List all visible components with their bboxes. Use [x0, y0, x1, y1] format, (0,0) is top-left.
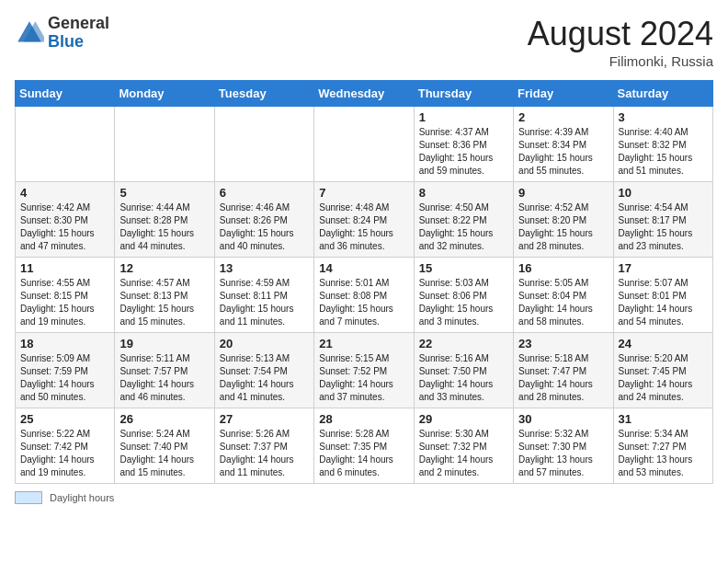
- calendar-cell: 18Sunrise: 5:09 AM Sunset: 7:59 PM Dayli…: [16, 333, 115, 408]
- calendar-cell: [115, 107, 214, 182]
- calendar-cell: 31Sunrise: 5:34 AM Sunset: 7:27 PM Dayli…: [613, 408, 712, 484]
- day-info: Sunrise: 4:50 AM Sunset: 8:22 PM Dayligh…: [419, 201, 508, 253]
- day-number: 23: [518, 337, 608, 350]
- calendar-body: 1Sunrise: 4:37 AM Sunset: 8:36 PM Daylig…: [16, 107, 713, 484]
- logo-general-text: General: [48, 14, 109, 32]
- daylight-color-swatch: [15, 491, 42, 504]
- calendar-cell: 3Sunrise: 4:40 AM Sunset: 8:32 PM Daylig…: [613, 107, 712, 182]
- day-info: Sunrise: 5:09 AM Sunset: 7:59 PM Dayligh…: [20, 352, 109, 404]
- day-number: 9: [518, 186, 608, 200]
- day-info: Sunrise: 5:18 AM Sunset: 7:47 PM Dayligh…: [518, 352, 608, 404]
- day-info: Sunrise: 4:54 AM Sunset: 8:17 PM Dayligh…: [619, 201, 708, 253]
- day-info: Sunrise: 5:11 AM Sunset: 7:57 PM Dayligh…: [119, 352, 209, 404]
- day-info: Sunrise: 5:13 AM Sunset: 7:54 PM Dayligh…: [220, 352, 309, 404]
- day-number: 20: [220, 337, 309, 350]
- day-number: 8: [419, 186, 508, 200]
- header-cell-monday: Monday: [115, 81, 214, 107]
- calendar-cell: 28Sunrise: 5:28 AM Sunset: 7:35 PM Dayli…: [314, 408, 414, 484]
- daylight-label: Daylight hours: [50, 492, 114, 503]
- calendar-week-5: 25Sunrise: 5:22 AM Sunset: 7:42 PM Dayli…: [16, 408, 713, 484]
- calendar-cell: 17Sunrise: 5:07 AM Sunset: 8:01 PM Dayli…: [613, 258, 712, 333]
- day-number: 26: [119, 412, 209, 426]
- header-cell-sunday: Sunday: [16, 81, 115, 107]
- calendar-week-3: 11Sunrise: 4:55 AM Sunset: 8:15 PM Dayli…: [16, 258, 713, 333]
- calendar-cell: 7Sunrise: 4:48 AM Sunset: 8:24 PM Daylig…: [314, 182, 414, 258]
- calendar-footer: Daylight hours: [15, 491, 713, 504]
- day-number: 11: [20, 261, 109, 275]
- header-cell-tuesday: Tuesday: [214, 81, 313, 107]
- day-info: Sunrise: 5:30 AM Sunset: 7:32 PM Dayligh…: [419, 428, 508, 479]
- calendar-cell: 27Sunrise: 5:26 AM Sunset: 7:37 PM Dayli…: [214, 408, 313, 484]
- header-row: SundayMondayTuesdayWednesdayThursdayFrid…: [16, 81, 713, 107]
- day-number: 12: [119, 261, 209, 275]
- calendar-cell: 30Sunrise: 5:32 AM Sunset: 7:30 PM Dayli…: [514, 408, 613, 484]
- calendar-cell: [214, 107, 313, 182]
- day-number: 24: [619, 337, 708, 350]
- day-info: Sunrise: 5:24 AM Sunset: 7:40 PM Dayligh…: [119, 428, 209, 479]
- calendar-cell: 13Sunrise: 4:59 AM Sunset: 8:11 PM Dayli…: [214, 258, 313, 333]
- calendar-cell: 19Sunrise: 5:11 AM Sunset: 7:57 PM Dayli…: [115, 333, 214, 408]
- calendar-cell: 15Sunrise: 5:03 AM Sunset: 8:06 PM Dayli…: [414, 258, 513, 333]
- header-cell-thursday: Thursday: [414, 81, 513, 107]
- day-number: 27: [220, 412, 309, 426]
- calendar-cell: 23Sunrise: 5:18 AM Sunset: 7:47 PM Dayli…: [514, 333, 613, 408]
- day-info: Sunrise: 5:05 AM Sunset: 8:04 PM Dayligh…: [518, 277, 608, 328]
- day-info: Sunrise: 4:37 AM Sunset: 8:36 PM Dayligh…: [419, 126, 508, 178]
- day-info: Sunrise: 4:40 AM Sunset: 8:32 PM Dayligh…: [619, 126, 708, 178]
- calendar-table: SundayMondayTuesdayWednesdayThursdayFrid…: [15, 80, 713, 484]
- day-number: 1: [419, 110, 508, 124]
- day-number: 17: [619, 261, 708, 275]
- day-info: Sunrise: 5:03 AM Sunset: 8:06 PM Dayligh…: [419, 277, 508, 328]
- calendar-cell: 1Sunrise: 4:37 AM Sunset: 8:36 PM Daylig…: [414, 107, 513, 182]
- day-info: Sunrise: 4:44 AM Sunset: 8:28 PM Dayligh…: [119, 201, 209, 253]
- logo-blue-text: Blue: [48, 32, 84, 51]
- calendar-cell: 4Sunrise: 4:42 AM Sunset: 8:30 PM Daylig…: [16, 182, 115, 258]
- day-number: 7: [319, 186, 408, 200]
- day-number: 14: [319, 261, 408, 275]
- calendar-cell: 11Sunrise: 4:55 AM Sunset: 8:15 PM Dayli…: [16, 258, 115, 333]
- day-number: 28: [319, 412, 408, 426]
- day-info: Sunrise: 4:42 AM Sunset: 8:30 PM Dayligh…: [20, 201, 109, 253]
- day-info: Sunrise: 4:59 AM Sunset: 8:11 PM Dayligh…: [220, 277, 309, 328]
- header-cell-saturday: Saturday: [613, 81, 712, 107]
- calendar-week-4: 18Sunrise: 5:09 AM Sunset: 7:59 PM Dayli…: [16, 333, 713, 408]
- day-info: Sunrise: 4:52 AM Sunset: 8:20 PM Dayligh…: [518, 201, 608, 253]
- calendar-cell: [314, 107, 414, 182]
- logo-icon: [15, 18, 44, 48]
- calendar-week-2: 4Sunrise: 4:42 AM Sunset: 8:30 PM Daylig…: [16, 182, 713, 258]
- day-info: Sunrise: 4:57 AM Sunset: 8:13 PM Dayligh…: [119, 277, 209, 328]
- day-number: 2: [518, 110, 608, 124]
- calendar-cell: 12Sunrise: 4:57 AM Sunset: 8:13 PM Dayli…: [115, 258, 214, 333]
- day-number: 30: [518, 412, 608, 426]
- day-number: 31: [619, 412, 708, 426]
- calendar-cell: 2Sunrise: 4:39 AM Sunset: 8:34 PM Daylig…: [514, 107, 613, 182]
- calendar-cell: 6Sunrise: 4:46 AM Sunset: 8:26 PM Daylig…: [214, 182, 313, 258]
- calendar-week-1: 1Sunrise: 4:37 AM Sunset: 8:36 PM Daylig…: [16, 107, 713, 182]
- calendar-cell: 24Sunrise: 5:20 AM Sunset: 7:45 PM Dayli…: [613, 333, 712, 408]
- title-block: August 2024 Filimonki, Russia: [528, 15, 713, 69]
- day-number: 25: [20, 412, 109, 426]
- day-info: Sunrise: 4:39 AM Sunset: 8:34 PM Dayligh…: [518, 126, 608, 178]
- calendar-cell: [16, 107, 115, 182]
- day-info: Sunrise: 5:20 AM Sunset: 7:45 PM Dayligh…: [619, 352, 708, 404]
- day-number: 22: [419, 337, 508, 350]
- day-number: 13: [220, 261, 309, 275]
- day-number: 29: [419, 412, 508, 426]
- day-number: 21: [319, 337, 408, 350]
- location-subtitle: Filimonki, Russia: [528, 53, 713, 69]
- day-info: Sunrise: 5:15 AM Sunset: 7:52 PM Dayligh…: [319, 352, 408, 404]
- day-number: 10: [619, 186, 708, 200]
- day-info: Sunrise: 5:26 AM Sunset: 7:37 PM Dayligh…: [220, 428, 309, 479]
- day-info: Sunrise: 4:48 AM Sunset: 8:24 PM Dayligh…: [319, 201, 408, 253]
- calendar-cell: 9Sunrise: 4:52 AM Sunset: 8:20 PM Daylig…: [514, 182, 613, 258]
- logo: General Blue: [15, 15, 109, 52]
- calendar-cell: 5Sunrise: 4:44 AM Sunset: 8:28 PM Daylig…: [115, 182, 214, 258]
- day-info: Sunrise: 4:46 AM Sunset: 8:26 PM Dayligh…: [220, 201, 309, 253]
- calendar-cell: 21Sunrise: 5:15 AM Sunset: 7:52 PM Dayli…: [314, 333, 414, 408]
- calendar-cell: 22Sunrise: 5:16 AM Sunset: 7:50 PM Dayli…: [414, 333, 513, 408]
- calendar-cell: 16Sunrise: 5:05 AM Sunset: 8:04 PM Dayli…: [514, 258, 613, 333]
- day-info: Sunrise: 4:55 AM Sunset: 8:15 PM Dayligh…: [20, 277, 109, 328]
- calendar-cell: 25Sunrise: 5:22 AM Sunset: 7:42 PM Dayli…: [16, 408, 115, 484]
- calendar-cell: 29Sunrise: 5:30 AM Sunset: 7:32 PM Dayli…: [414, 408, 513, 484]
- calendar-cell: 14Sunrise: 5:01 AM Sunset: 8:08 PM Dayli…: [314, 258, 414, 333]
